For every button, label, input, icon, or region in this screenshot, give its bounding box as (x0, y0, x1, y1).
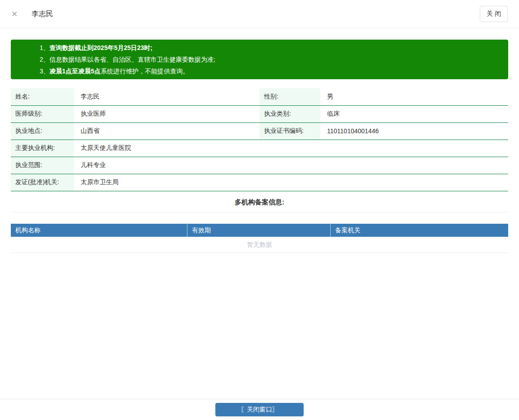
info-label-practice-location: 执业地点: (11, 122, 74, 140)
info-label-name: 姓名: (11, 88, 74, 105)
info-row: 姓名: 李志民 性别: 男 (11, 88, 508, 105)
info-value-practice-location: 山西省 (74, 122, 260, 140)
info-label-main-institution: 主要执业机构: (11, 140, 74, 157)
section-divider (11, 212, 508, 212)
info-row: 执业范围: 儿科专业 (11, 157, 508, 174)
notice-line-number: 1、 (40, 44, 50, 51)
info-value-issuing-authority: 太原市卫生局 (74, 174, 508, 191)
notice-line-text: 信息数据结果以各省、自治区、直辖市卫生健康委数据为准; (50, 56, 215, 63)
notice-line-number: 3、 (40, 68, 50, 75)
close-icon[interactable]: ✕ (11, 10, 18, 18)
notice-line-bold: 凌晨1点至凌晨5点 (50, 68, 101, 75)
top-bar: ✕ 李志民 关 闭 (0, 0, 519, 28)
notice-line-bold: 查询数据截止到2025年5月25日23时; (50, 44, 153, 51)
close-button[interactable]: 关 闭 (480, 6, 508, 22)
notice-line: 1、查询数据截止到2025年5月25日23时; (40, 42, 499, 54)
info-label-issuing-authority: 发证(批准)机关: (11, 174, 74, 191)
page-title: 李志民 (32, 9, 53, 19)
column-header-filing-authority: 备案机关 (330, 224, 508, 237)
info-row: 医师级别: 执业医师 执业类别: 临床 (11, 105, 508, 122)
info-value-name: 李志民 (74, 88, 260, 105)
filing-table-header: 机构名称 有效期 备案机关 (11, 224, 508, 237)
info-value-practice-category: 临床 (320, 105, 508, 122)
info-value-gender: 男 (320, 88, 508, 105)
practitioner-detail-dialog: ✕ 李志民 关 闭 1、查询数据截止到2025年5月25日23时; 2、信息数据… (0, 0, 519, 420)
info-label-practice-category: 执业类别: (260, 105, 320, 122)
empty-data-text: 暂无数据 (11, 237, 508, 253)
info-label-practice-scope: 执业范围: (11, 157, 74, 174)
info-row: 主要执业机构: 太原天使儿童医院 (11, 140, 508, 157)
footer-bar: 〖关闭窗口〗 (0, 399, 519, 420)
multi-institution-filing-heading: 多机构备案信息: (0, 198, 519, 207)
notice-line-text: 系统进行维护，不能提供查询。 (100, 68, 189, 75)
notice-line-number: 2、 (40, 56, 50, 63)
info-value-practice-scope: 儿科专业 (74, 157, 508, 174)
column-header-validity-period: 有效期 (187, 224, 330, 237)
info-value-doctor-level: 执业医师 (74, 105, 260, 122)
filing-table: 机构名称 有效期 备案机关 暂无数据 (11, 224, 508, 253)
info-row: 发证(批准)机关: 太原市卫生局 (11, 174, 508, 191)
info-label-gender: 性别: (260, 88, 320, 105)
notice-line: 3、凌晨1点至凌晨5点系统进行维护，不能提供查询。 (40, 65, 499, 77)
notice-line: 2、信息数据结果以各省、自治区、直辖市卫生健康委数据为准; (40, 54, 499, 65)
info-row: 执业地点: 山西省 执业证书编码: 110110104001446 (11, 122, 508, 140)
column-header-institution-name: 机构名称 (11, 224, 187, 237)
info-label-doctor-level: 医师级别: (11, 105, 74, 122)
notice-banner: 1、查询数据截止到2025年5月25日23时; 2、信息数据结果以各省、自治区、… (11, 40, 508, 79)
close-window-button[interactable]: 〖关闭窗口〗 (215, 403, 304, 416)
practitioner-info-table: 姓名: 李志民 性别: 男 医师级别: 执业医师 执业类别: 临床 执业地点: … (11, 88, 508, 191)
info-value-main-institution: 太原天使儿童医院 (74, 140, 508, 157)
info-value-certificate-number: 110110104001446 (320, 122, 508, 140)
info-label-certificate-number: 执业证书编码: (260, 122, 320, 140)
